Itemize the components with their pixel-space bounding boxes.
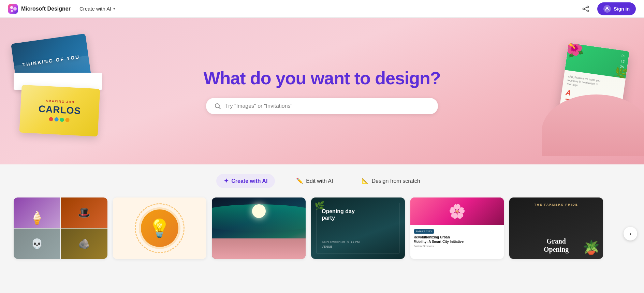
nav-create-with-ai[interactable]: Create with AI ▾	[76, 4, 119, 14]
sign-in-avatar	[603, 5, 611, 13]
moon-circle	[252, 204, 266, 218]
chevron-right-icon: ›	[629, 230, 631, 237]
hero-title: What do you want to design?	[203, 68, 440, 88]
collage-cell-texture: 🪨	[61, 229, 107, 259]
opening-day-venue: VENUE	[322, 245, 394, 248]
aurora-image	[212, 197, 306, 259]
header: Microsoft Designer Create with AI ▾	[0, 0, 644, 18]
collage-cell-skull: 💀	[14, 229, 60, 259]
svg-point-1	[10, 6, 13, 9]
deco-card-yellow: AMAZING JOB CARLOS	[19, 85, 100, 137]
aurora-bottom	[212, 238, 306, 259]
svg-point-3	[11, 10, 13, 12]
lightbulb-circle: 💡	[141, 209, 178, 247]
design-card-opening-day[interactable]: New 🌿 Opening dayparty SEPTEMBER 29 | 9–…	[311, 197, 405, 259]
edit-icon: ✏️	[296, 177, 303, 185]
svg-line-7	[585, 7, 587, 9]
header-right: Sign in	[580, 2, 636, 15]
design-card-collage[interactable]: 🍦 🎩 💀 🪨	[14, 197, 107, 259]
hero-deco-right: 051526 🌺 🌿 with pleasure we invite youto…	[562, 47, 624, 135]
urban-author: Barton Simmons	[414, 245, 501, 248]
nav-label: Create with AI	[79, 6, 111, 12]
sign-in-label: Sign in	[614, 6, 630, 12]
svg-point-5	[583, 8, 585, 10]
flower-emoji: 🌸	[449, 203, 466, 219]
design-card-aurora[interactable]	[212, 197, 306, 259]
header-left: Microsoft Designer Create with AI ▾	[8, 4, 119, 14]
sparkle-icon: ✦	[224, 177, 229, 185]
app-name: Microsoft Designer	[21, 6, 71, 12]
hero-section: THINKING OF YOU AMAZING JOB CARLOS What …	[0, 18, 644, 164]
search-icon	[214, 103, 221, 109]
tab-create-ai-label: Create with AI	[231, 178, 267, 184]
lightbulb-emoji: 💡	[148, 218, 171, 239]
design-card-lightbulb[interactable]: 💡	[113, 197, 207, 259]
svg-line-8	[585, 9, 587, 11]
share-icon	[582, 5, 589, 13]
opening-day-date: SEPTEMBER 29 | 9–11 PM	[322, 240, 394, 244]
svg-point-4	[587, 6, 589, 8]
lightbulb-image: 💡	[113, 197, 207, 259]
logo-area: Microsoft Designer	[8, 4, 71, 14]
opening-day-inner: Opening dayparty SEPTEMBER 29 | 9–11 PM …	[317, 203, 399, 253]
tab-edit-ai-label: Edit with AI	[306, 178, 333, 184]
hero-content: What do you want to design?	[203, 68, 440, 114]
search-bar[interactable]	[206, 98, 438, 114]
opening-day-image: 🌿 Opening dayparty SEPTEMBER 29 | 9–11 P…	[311, 197, 405, 259]
tabs-section: ✦ Create with AI ✏️ Edit with AI 📐 Desig…	[0, 164, 644, 195]
leaf-decoration: 🌿	[314, 201, 325, 210]
share-button[interactable]	[580, 3, 592, 15]
urban-tag: SMART CITY	[414, 229, 434, 234]
tab-design-from-scratch[interactable]: 📐 Design from scratch	[354, 174, 427, 188]
svg-line-11	[219, 107, 220, 109]
chevron-down-icon: ▾	[113, 6, 115, 11]
urban-body: SMART CITY Revolutionizing UrbanMobility…	[410, 225, 504, 259]
tab-create-with-ai[interactable]: ✦ Create with AI	[216, 174, 275, 188]
tab-edit-with-ai[interactable]: ✏️ Edit with AI	[289, 174, 340, 188]
design-card-grand-opening[interactable]: New THE FARMERS PRIDE GrandOpening 🪴	[509, 197, 603, 259]
opening-day-title: Opening dayparty	[322, 208, 394, 221]
hero-deco-left: THINKING OF YOU AMAZING JOB CARLOS	[14, 39, 99, 134]
grand-main-title: GrandOpening	[544, 237, 569, 253]
design-card-urban[interactable]: New 🌸 SMART CITY Revolutionizing UrbanMo…	[410, 197, 504, 259]
collage-cell-icecream: 🍦	[14, 197, 60, 228]
carousel-next-button[interactable]: ›	[624, 227, 637, 240]
avatar-icon	[605, 6, 610, 11]
urban-floral-img: 🌸	[410, 197, 504, 225]
collage-image: 🍦 🎩 💀 🪨	[14, 197, 107, 259]
svg-point-6	[587, 10, 589, 12]
search-input[interactable]	[225, 103, 430, 109]
collage-cell-hat: 🎩	[61, 197, 107, 228]
sign-in-button[interactable]: Sign in	[597, 2, 636, 15]
tab-scratch-label: Design from scratch	[371, 178, 420, 184]
urban-card-image: 🌸 SMART CITY Revolutionizing UrbanMobili…	[410, 197, 504, 259]
grand-vase-emoji: 🪴	[583, 239, 600, 255]
microsoft-designer-logo	[8, 4, 18, 14]
urban-title: Revolutionizing UrbanMobility: A Smart C…	[414, 235, 501, 244]
design-icon: 📐	[362, 177, 369, 185]
grand-pre-title: THE FARMERS PRIDE	[534, 203, 578, 206]
svg-point-2	[13, 7, 17, 11]
grand-opening-image: THE FARMERS PRIDE GrandOpening 🪴	[509, 197, 603, 259]
cards-section: 🍦 🎩 💀 🪨 💡 New 🌿 Opening dayparty	[0, 195, 644, 273]
